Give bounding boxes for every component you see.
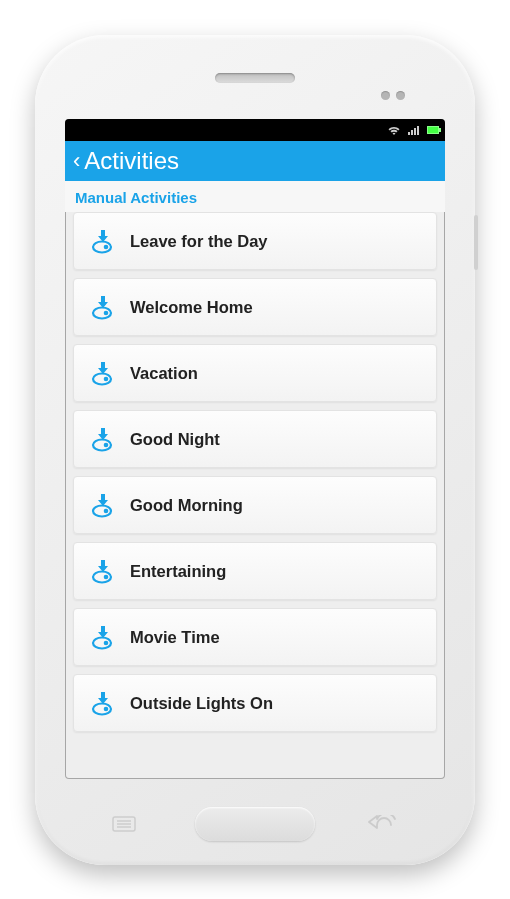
battery-icon — [427, 126, 439, 134]
activity-item[interactable]: Outside Lights On — [73, 674, 437, 732]
activity-toggle-icon — [84, 425, 122, 453]
activity-item[interactable]: Vacation — [73, 344, 437, 402]
back-softkey-icon[interactable] — [367, 815, 399, 833]
activity-item[interactable]: Welcome Home — [73, 278, 437, 336]
svg-point-7 — [104, 443, 109, 448]
activity-item[interactable]: Good Morning — [73, 476, 437, 534]
screen: ‹ Activities Manual Activities Leave for… — [65, 119, 445, 779]
svg-point-9 — [104, 509, 109, 514]
earpiece — [215, 73, 295, 83]
activity-label: Good Morning — [130, 496, 243, 515]
activity-item[interactable]: Good Night — [73, 410, 437, 468]
activity-toggle-icon — [84, 359, 122, 387]
activity-label: Good Night — [130, 430, 220, 449]
section-header: Manual Activities — [65, 181, 445, 212]
home-button[interactable] — [195, 807, 315, 841]
svg-point-5 — [104, 377, 109, 382]
activity-toggle-icon — [84, 491, 122, 519]
activity-item[interactable]: Entertaining — [73, 542, 437, 600]
status-bar — [65, 119, 445, 141]
activity-label: Movie Time — [130, 628, 220, 647]
svg-point-10 — [93, 572, 111, 583]
activity-label: Outside Lights On — [130, 694, 273, 713]
sensor-dots — [381, 91, 405, 100]
activity-label: Vacation — [130, 364, 198, 383]
page-title: Activities — [84, 147, 179, 175]
back-chevron-icon[interactable]: ‹ — [73, 148, 80, 174]
power-button — [474, 215, 478, 270]
activity-item[interactable]: Leave for the Day — [73, 212, 437, 270]
svg-point-4 — [93, 374, 111, 385]
activity-label: Entertaining — [130, 562, 226, 581]
svg-point-6 — [93, 440, 111, 451]
activity-list[interactable]: Leave for the DayWelcome HomeVacationGoo… — [65, 212, 445, 779]
svg-point-1 — [104, 245, 109, 250]
activity-toggle-icon — [84, 557, 122, 585]
activity-label: Leave for the Day — [130, 232, 268, 251]
title-bar[interactable]: ‹ Activities — [65, 141, 445, 181]
wifi-icon — [387, 124, 401, 136]
activity-label: Welcome Home — [130, 298, 253, 317]
signal-icon — [407, 124, 421, 136]
activity-toggle-icon — [84, 293, 122, 321]
svg-point-11 — [104, 575, 109, 580]
svg-point-0 — [93, 242, 111, 253]
activity-toggle-icon — [84, 689, 122, 717]
svg-point-15 — [104, 707, 109, 712]
svg-point-12 — [93, 638, 111, 649]
svg-point-3 — [104, 311, 109, 316]
svg-point-2 — [93, 308, 111, 319]
svg-point-14 — [93, 704, 111, 715]
activity-toggle-icon — [84, 227, 122, 255]
svg-point-8 — [93, 506, 111, 517]
activity-item[interactable]: Movie Time — [73, 608, 437, 666]
menu-softkey-icon[interactable] — [111, 815, 137, 833]
svg-point-13 — [104, 641, 109, 646]
activity-toggle-icon — [84, 623, 122, 651]
phone-frame: ‹ Activities Manual Activities Leave for… — [35, 35, 475, 865]
